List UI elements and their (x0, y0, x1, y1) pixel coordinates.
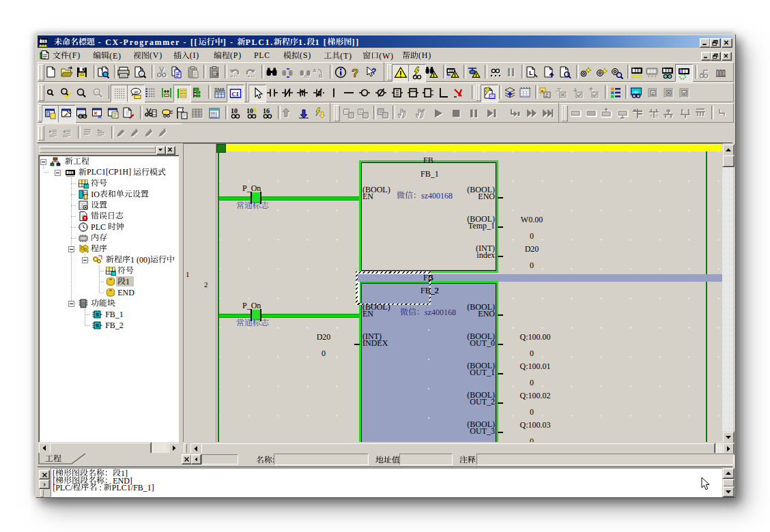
svg-text:1: 1 (126, 277, 130, 286)
svg-text:PLC1/FB_1]: PLC1/FB_1] (112, 483, 154, 492)
svg-text:10: 10 (231, 107, 238, 115)
svg-text:CI: CI (232, 91, 239, 98)
svg-text:?: ? (352, 67, 358, 79)
svg-text:(H): (H) (418, 50, 431, 60)
svg-text:HH: HH (633, 90, 639, 94)
svg-text:10: 10 (246, 107, 253, 115)
svg-text:(E): (E) (109, 51, 122, 61)
svg-text:[PLC/: [PLC/ (53, 483, 73, 492)
svg-text:(W): (W) (379, 51, 394, 61)
svg-text:sz400168: sz400168 (425, 308, 456, 317)
svg-text:S: S (96, 323, 100, 328)
svg-text:PLC1.: PLC1. (246, 38, 274, 47)
svg-text:] -: ] - (223, 38, 238, 47)
svg-text:(T): (T) (340, 51, 352, 61)
svg-text:SMA: SMA (214, 87, 225, 92)
svg-text:B: B (319, 73, 323, 79)
svg-text:]]: ]] (352, 38, 360, 47)
svg-text:(V): (V) (149, 50, 162, 60)
svg-text:CI: CI (491, 95, 495, 99)
svg-text:(F): (F) (69, 50, 81, 60)
svg-text:Z: Z (545, 93, 548, 98)
svg-text:L: L (529, 70, 533, 76)
svg-text:CB: CB (213, 72, 218, 76)
svg-text:?: ? (371, 67, 376, 76)
svg-text:FB_2: FB_2 (105, 321, 124, 330)
svg-text:A: A (313, 68, 317, 74)
svg-text:PLC1[CP1H]: PLC1[CP1H] (87, 167, 133, 177)
svg-text:PLC: PLC (91, 222, 108, 232)
svg-text:FB_1: FB_1 (105, 310, 124, 319)
svg-text:1 [: 1 [ (315, 38, 327, 47)
svg-text:1.: 1. (298, 38, 306, 47)
svg-text:sz400168: sz400168 (421, 191, 453, 201)
svg-text:ab: ab (304, 74, 309, 78)
svg-text:- CX-Programmer - [[: - CX-Programmer - [[ (95, 38, 198, 47)
svg-text:(S): (S) (300, 50, 311, 60)
svg-text:IO: IO (91, 190, 100, 199)
svg-text:END: END (117, 288, 134, 297)
svg-text:W: W (134, 90, 139, 94)
svg-text:(P): (P) (230, 50, 242, 60)
svg-text:S: S (96, 312, 100, 317)
svg-text::: : (97, 483, 103, 492)
svg-text:PLC: PLC (254, 50, 270, 60)
svg-text:(I): (I) (190, 50, 199, 60)
svg-text:16: 16 (263, 107, 270, 115)
svg-text:010: 010 (211, 115, 218, 119)
svg-text:1 (00): 1 (00) (130, 255, 150, 265)
